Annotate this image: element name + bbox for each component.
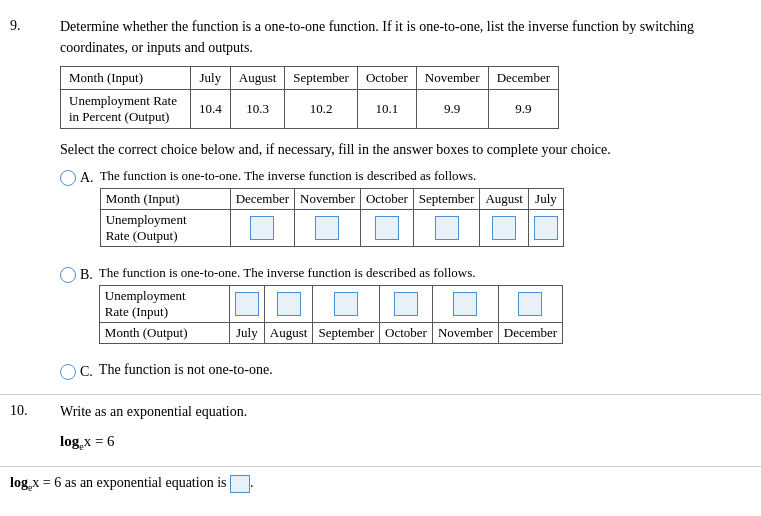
q9-content: Determine whether the function is a one-… [60,16,751,388]
choice-b-content: The function is one-to-one. The inverse … [99,265,751,354]
bottom-input-box[interactable] [230,475,250,493]
choiceb-row1-label: UnemploymentRate (Input) [99,286,229,323]
choicea-header-dec: December [230,189,294,210]
row-unemployment-label: Unemployment Ratein Percent (Output) [61,90,191,129]
val-december: 9.9 [488,90,558,129]
input-box-b3[interactable] [334,292,358,316]
choiceb-input-4[interactable] [380,286,433,323]
choice-b-radio[interactable] [60,267,76,283]
choice-b-row: B. The function is one-to-one. The inver… [60,265,751,354]
q9-number: 9. [10,16,60,388]
choice-a-block: A. The function is one-to-one. The inver… [60,168,751,257]
choicea-input-6[interactable] [528,210,563,247]
header-july: July [191,67,231,90]
choice-c-block: C. The function is not one-to-one. [60,362,751,380]
header-august: August [230,67,285,90]
input-box-a3[interactable] [375,216,399,240]
header-september: September [285,67,358,90]
q9-prompt: Determine whether the function is a one-… [60,16,751,58]
choicea-input-3[interactable] [360,210,413,247]
input-box-b1[interactable] [235,292,259,316]
q10-prompt: Write as an exponential equation. [60,401,751,422]
choice-b-label: B. [80,267,93,283]
choiceb-input-1[interactable] [229,286,264,323]
input-box-b5[interactable] [453,292,477,316]
choiceb-dec: December [498,323,562,344]
question-9: 9. Determine whether the function is a o… [0,10,761,395]
choiceb-input-2[interactable] [264,286,313,323]
q10-content: Write as an exponential equation. logex … [60,401,751,462]
choiceb-oct: October [380,323,433,344]
log-sub-e: e [79,441,83,452]
bottom-answer-line: logex = 6 as an exponential equation is … [0,466,761,501]
choicea-header-jul: July [528,189,563,210]
choicea-input-5[interactable] [480,210,529,247]
choiceb-input-5[interactable] [432,286,498,323]
choice-c-row: C. The function is not one-to-one. [60,362,751,380]
val-july: 10.4 [191,90,231,129]
choice-a-radio[interactable] [60,170,76,186]
header-december: December [488,67,558,90]
select-prompt: Select the correct choice below and, if … [60,139,751,160]
log-bold: log [60,433,79,449]
choiceb-sep: September [313,323,380,344]
choice-b-block: B. The function is one-to-one. The inver… [60,265,751,354]
choicea-header-nov: November [295,189,361,210]
choicea-row-label: UnemploymentRate (Output) [100,210,230,247]
header-october: October [357,67,416,90]
choicea-header-sep: September [413,189,480,210]
choice-c-text: The function is not one-to-one. [99,362,273,378]
val-august: 10.3 [230,90,285,129]
choice-a-desc: The function is one-to-one. The inverse … [100,168,751,184]
input-box-b6[interactable] [518,292,542,316]
header-month: Month (Input) [61,67,191,90]
choiceb-input-6[interactable] [498,286,562,323]
choice-c-radio[interactable] [60,364,76,380]
choiceb-jul: July [229,323,264,344]
input-box-b4[interactable] [394,292,418,316]
input-box-b2[interactable] [277,292,301,316]
input-box-a6[interactable] [534,216,558,240]
input-box-a2[interactable] [315,216,339,240]
choice-a-row: A. The function is one-to-one. The inver… [60,168,751,257]
choice-b-desc: The function is one-to-one. The inverse … [99,265,751,281]
input-box-a4[interactable] [435,216,459,240]
val-november: 9.9 [416,90,488,129]
choicea-header-aug: August [480,189,529,210]
val-september: 10.2 [285,90,358,129]
choiceb-aug: August [264,323,313,344]
choiceb-input-3[interactable] [313,286,380,323]
question-10: 10. Write as an exponential equation. lo… [0,395,761,466]
choice-b-table: UnemploymentRate (Input) Month (Output) … [99,285,563,344]
val-october: 10.1 [357,90,416,129]
q9-data-table: Month (Input) July August September Octo… [60,66,559,129]
choice-a-table: Month (Input) December November October … [100,188,564,247]
input-box-a1[interactable] [250,216,274,240]
q10-number: 10. [10,401,60,462]
choiceb-nov: November [432,323,498,344]
choice-a-content: The function is one-to-one. The inverse … [100,168,751,257]
header-november: November [416,67,488,90]
bottom-log-bold: log [10,475,28,490]
choice-a-label: A. [80,170,94,186]
choicea-input-1[interactable] [230,210,294,247]
choicea-input-4[interactable] [413,210,480,247]
q10-equation: logex = 6 [60,430,751,454]
choiceb-row2-label: Month (Output) [99,323,229,344]
choicea-input-2[interactable] [295,210,361,247]
choicea-header-oct: October [360,189,413,210]
choicea-header-month: Month (Input) [100,189,230,210]
bottom-log-sub: e [28,482,32,493]
choice-c-label: C. [80,364,93,380]
input-box-a5[interactable] [492,216,516,240]
